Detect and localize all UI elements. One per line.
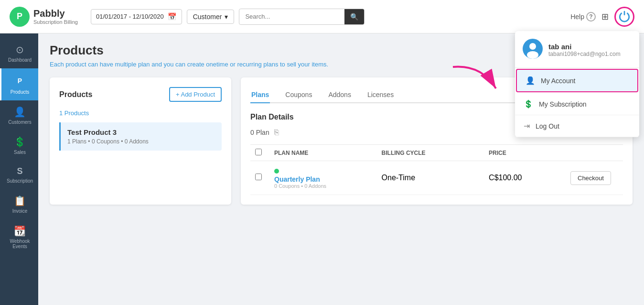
date-range-text: 01/01/2017 - 12/10/2020 xyxy=(96,13,164,20)
power-icon xyxy=(618,11,631,23)
sidebar-item-sales[interactable]: 💲 Sales xyxy=(0,131,38,161)
sidebar-label-webhook: Webhook Events xyxy=(5,239,34,249)
subscription-menu-icon: 💲 xyxy=(524,99,533,109)
filter-label: Customer xyxy=(193,13,222,21)
sidebar-item-webhook[interactable]: 📆 Webhook Events xyxy=(0,219,38,255)
dropdown-item-log-out[interactable]: ⇥ Log Out xyxy=(515,115,639,137)
row-billing: One-Time xyxy=(382,174,484,182)
sidebar-item-products[interactable]: P Products xyxy=(0,68,38,100)
sidebar-item-dashboard[interactable]: ⊙ Dashboard xyxy=(0,38,38,68)
sidebar-label-customers: Customers xyxy=(8,120,31,125)
products-icon: P xyxy=(13,74,27,87)
dashboard-icon: ⊙ xyxy=(16,44,24,55)
row-check xyxy=(255,174,269,182)
sidebar: ⊙ Dashboard P Products 👤 Customers 💲 Sal… xyxy=(0,33,38,305)
webhook-icon: 📆 xyxy=(14,225,26,237)
tab-coupons[interactable]: Coupons xyxy=(284,87,313,103)
grid-icon[interactable]: ⊞ xyxy=(601,11,609,22)
sidebar-label-invoice: Invoice xyxy=(12,208,28,214)
row-checkbox[interactable] xyxy=(255,174,262,180)
log-out-label: Log Out xyxy=(536,122,559,130)
sidebar-item-customers[interactable]: 👤 Customers xyxy=(0,100,38,131)
plan-meta: 0 Coupons • 0 Addons xyxy=(274,183,377,189)
dropdown-item-my-subscription[interactable]: 💲 My Subscription xyxy=(515,93,639,115)
header-controls: 01/01/2017 - 12/10/2020 📅 Customer ▾ 🔍 xyxy=(91,9,570,25)
sidebar-label-dashboard: Dashboard xyxy=(8,57,32,63)
account-icon: 👤 xyxy=(526,76,535,85)
plan-count-text: 0 Plan xyxy=(250,129,269,136)
search-area: 🔍 xyxy=(239,9,365,25)
sidebar-label-subscription: Subscription xyxy=(7,178,33,184)
logout-icon: ⇥ xyxy=(524,121,530,131)
my-subscription-label: My Subscription xyxy=(539,100,587,108)
user-info: tab ani tabani1098+cad@ngo1.com xyxy=(548,43,621,57)
user-name: tab ani xyxy=(548,43,621,51)
copy-icon[interactable]: ⎘ xyxy=(274,128,279,137)
tab-licenses[interactable]: Licenses xyxy=(366,87,395,103)
header-check xyxy=(255,149,269,157)
add-product-button[interactable]: + Add Product xyxy=(169,87,222,102)
filter-dropdown[interactable]: Customer ▾ xyxy=(187,10,235,24)
products-count: 1 Products xyxy=(59,109,222,117)
svg-point-1 xyxy=(529,43,536,50)
products-panel: Products + Add Product 1 Products Test P… xyxy=(50,77,231,205)
sidebar-label-sales: Sales xyxy=(14,150,26,155)
search-button[interactable]: 🔍 xyxy=(344,9,364,24)
logo-name: Pabbly xyxy=(33,8,78,19)
date-picker[interactable]: 01/01/2017 - 12/10/2020 📅 xyxy=(91,9,182,24)
calendar-icon: 📅 xyxy=(168,12,177,21)
table-row: Quarterly Plan 0 Coupons • 0 Addons One-… xyxy=(250,161,623,195)
header: P Pabbly Subscription Billing 01/01/2017… xyxy=(0,0,644,33)
row-price: C$100.00 xyxy=(489,174,566,182)
product-meta: 1 Plans • 0 Coupons • 0 Addons xyxy=(67,138,215,145)
invoice-icon: 📋 xyxy=(14,195,26,207)
logo-text: Pabbly Subscription Billing xyxy=(33,8,78,25)
select-all-checkbox[interactable] xyxy=(255,149,262,155)
product-name: Test Product 3 xyxy=(67,128,215,136)
sidebar-item-subscription[interactable]: S Subscription xyxy=(0,161,38,189)
row-action: Checkout xyxy=(570,171,618,185)
help-circle-icon: ? xyxy=(586,12,596,22)
table-header: PLAN NAME BILLING CYCLE PRICE xyxy=(250,144,623,161)
header-price: PRICE xyxy=(489,150,566,156)
customers-icon: 👤 xyxy=(14,106,26,118)
product-item[interactable]: Test Product 3 1 Plans • 0 Coupons • 0 A… xyxy=(59,122,222,151)
logo-subtitle: Subscription Billing xyxy=(33,19,78,25)
user-avatar xyxy=(523,39,543,61)
logo-icon: P xyxy=(10,7,30,27)
active-dot xyxy=(274,169,279,174)
sidebar-label-products: Products xyxy=(11,89,29,95)
logo-area: P Pabbly Subscription Billing xyxy=(10,7,91,27)
panel-header: Products + Add Product xyxy=(59,87,222,102)
header-right: Help ? ⊞ xyxy=(570,7,634,27)
sidebar-item-invoice[interactable]: 📋 Invoice xyxy=(0,189,38,219)
chevron-down-icon: ▾ xyxy=(225,13,228,21)
dropdown-item-my-account[interactable]: 👤 My Account xyxy=(516,69,638,92)
help-button[interactable]: Help ? xyxy=(570,12,596,22)
power-button[interactable] xyxy=(614,7,634,27)
search-input[interactable] xyxy=(239,10,344,23)
my-account-label: My Account xyxy=(541,77,575,85)
checkout-button[interactable]: Checkout xyxy=(570,171,611,185)
help-label: Help xyxy=(570,13,584,21)
subscription-icon: S xyxy=(17,166,22,176)
header-plan-name: PLAN NAME xyxy=(274,150,377,156)
user-email: tabani1098+cad@ngo1.com xyxy=(548,51,621,57)
plan-name: Quarterly Plan xyxy=(274,175,377,183)
dropdown-menu: tab ani tabani1098+cad@ngo1.com 👤 My Acc… xyxy=(515,31,639,137)
header-billing: BILLING CYCLE xyxy=(382,150,484,156)
sales-icon: 💲 xyxy=(14,136,26,148)
tab-plans[interactable]: Plans xyxy=(250,87,270,103)
tab-addons[interactable]: Addons xyxy=(327,87,352,103)
products-panel-title: Products xyxy=(59,90,92,99)
svg-point-2 xyxy=(527,51,538,59)
row-plan-name-col: Quarterly Plan 0 Coupons • 0 Addons xyxy=(274,167,377,189)
dropdown-user: tab ani tabani1098+cad@ngo1.com xyxy=(515,31,639,68)
